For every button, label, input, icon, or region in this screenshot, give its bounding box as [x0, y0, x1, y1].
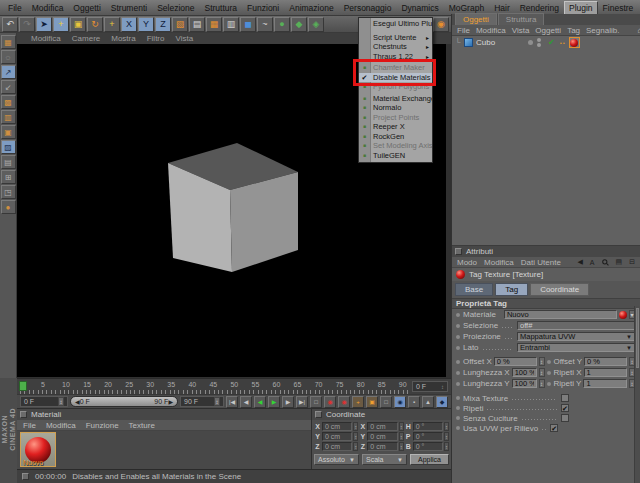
anim-dot[interactable] [456, 360, 460, 364]
model-mode-button[interactable]: ◌ [1, 50, 16, 64]
timeline-ruler[interactable]: 051015202530354045505560657075808590 0 F… [17, 378, 451, 394]
enabled-check-icon[interactable]: ✔ [548, 38, 555, 47]
ripeti-checkbox[interactable]: ✔ [561, 404, 569, 412]
mode-dropdown-scala[interactable]: Scala▼ [362, 454, 407, 465]
anim-dot[interactable] [456, 335, 460, 339]
materiale-field[interactable]: Nuovo [504, 310, 617, 319]
menu-struttura[interactable]: Struttura [199, 1, 242, 15]
axis-lock-button[interactable]: ◳ [1, 185, 16, 199]
menu-item-rockgen[interactable]: ■RockGen [359, 132, 432, 142]
environment-button[interactable]: ◈ [308, 17, 324, 32]
key-rotation-button[interactable]: □ [380, 396, 392, 408]
range-start-field[interactable]: 0 F↕ [20, 396, 68, 407]
menu-funzioni[interactable]: Funzioni [242, 1, 284, 15]
om-menu-file[interactable]: File [457, 26, 470, 35]
tab-base[interactable]: Base [455, 283, 493, 296]
om-menu-segnalib[interactable]: Segnalib. [586, 26, 619, 35]
pos-z-field[interactable]: 0 cm [322, 442, 352, 451]
ripeti-x-field[interactable]: 1 [584, 368, 627, 377]
ripeti-y-field[interactable]: 1 [583, 379, 627, 388]
menu-item-project-points[interactable]: ■Project Points [359, 113, 432, 123]
om-menu-oggetti[interactable]: Oggetti [535, 26, 561, 35]
anim-dot[interactable] [456, 406, 460, 410]
pos-x-field[interactable]: 0 cm [322, 422, 352, 431]
menu-animazione[interactable]: Animazione [284, 1, 338, 15]
rotate-tool[interactable]: ↻ [87, 17, 103, 32]
panel-icon[interactable] [20, 411, 27, 418]
menu-item-material-exchanger[interactable]: ■Material Exchanger [359, 94, 432, 104]
material-thumbnail-nuovo[interactable]: Nuovo [20, 432, 56, 467]
menu-file[interactable]: File [3, 1, 27, 15]
current-frame-field[interactable]: 0 F↕ [412, 381, 448, 392]
mat-menu-funzione[interactable]: Funzione [86, 421, 119, 430]
play-backward-button[interactable]: ◀ [254, 396, 266, 408]
usa-uvw-checkbox[interactable]: ✔ [550, 424, 558, 432]
menu-plugin[interactable]: Plugin [564, 1, 598, 15]
menu-item-esegui-ultimo-plugin[interactable]: Esegui Ultimo Plugin [359, 19, 432, 29]
attr-menu-modo[interactable]: Modo [457, 258, 477, 267]
menu-finestre[interactable]: Finestre [598, 1, 639, 15]
frame-ruler[interactable]: 051015202530354045505560657075808590 [20, 380, 409, 394]
texture-tag-icon[interactable] [569, 37, 580, 48]
key-position-button[interactable]: + [352, 396, 364, 408]
last-tool-icon[interactable]: + [104, 17, 120, 32]
menu-item-tuilegen[interactable]: ■TuileGEN [359, 151, 432, 161]
deformers-button[interactable]: ◆ [291, 17, 307, 32]
om-menu-modifica[interactable]: Modifica [476, 26, 506, 35]
mode-dropdown-assoluto[interactable]: Assoluto▼ [314, 454, 359, 465]
material-preview-icon[interactable] [619, 311, 627, 319]
anim-dot[interactable] [456, 416, 460, 420]
back-arrow-icon[interactable]: ◀ [577, 258, 582, 266]
prev-key-button[interactable]: ◀ [240, 396, 252, 408]
anim-dot[interactable] [547, 371, 551, 375]
record-key-button[interactable]: □ [310, 396, 322, 408]
object-tree[interactable]: └ Cubo ✔ •• [452, 36, 640, 245]
options-button[interactable]: ◆ [436, 396, 448, 408]
rot-h-field[interactable]: 0 ° [413, 422, 443, 431]
solo-button[interactable]: ▲ [422, 396, 434, 408]
senza-cuciture-checkbox[interactable] [561, 414, 569, 422]
selezione-field[interactable]: off# [517, 321, 635, 330]
range-end-field[interactable]: 90 F↕ [180, 396, 224, 407]
menu-item-set-modeling-axis[interactable]: ■Set Modeling Axis [359, 141, 432, 151]
anim-dot[interactable] [456, 396, 460, 400]
render-settings-button[interactable]: ▦ [206, 17, 222, 32]
vp-menu-camere[interactable]: Camere [72, 34, 100, 43]
key-pla-button[interactable]: ▪ [408, 396, 420, 408]
attr-menu-modifica[interactable]: Modifica [484, 258, 514, 267]
live-selection-tool[interactable]: ➤ [36, 17, 52, 32]
autokey-button[interactable]: ◉ [324, 396, 336, 408]
font-icon[interactable]: A [590, 259, 595, 266]
tab-oggetti[interactable]: Oggetti [455, 13, 497, 25]
axis-mode-button[interactable]: ↗ [1, 65, 16, 79]
render-view-button[interactable]: ▤ [189, 17, 205, 32]
attr-menu-dati-utente[interactable]: Dati Utente [521, 258, 561, 267]
om-menu-vista[interactable]: Vista [512, 26, 530, 35]
texture-axis-mode-button[interactable]: ▤ [1, 155, 16, 169]
menu-strumenti[interactable]: Strumenti [106, 1, 152, 15]
next-key-button[interactable]: ▶ [282, 396, 294, 408]
scale-y-field[interactable]: 0 cm [367, 432, 397, 441]
lato-dropdown[interactable]: Entrambi▼ [517, 343, 635, 352]
menu-item-normalo[interactable]: ■Normalo [359, 103, 432, 113]
go-end-button[interactable]: ▶| [296, 396, 308, 408]
lunghezza-y-field[interactable]: 100 % [512, 379, 537, 388]
go-start-button[interactable]: |◀ [226, 396, 238, 408]
visibility-toggles[interactable] [537, 38, 542, 47]
snap-settings-button[interactable]: ⊞ [1, 170, 16, 184]
anim-dot[interactable] [456, 313, 460, 317]
attributes-scrollbar[interactable] [634, 306, 640, 483]
tab-coordinate[interactable]: Coordinate [530, 283, 589, 296]
menu-dynamics[interactable]: Dynamics [396, 1, 443, 15]
scale-z-field[interactable]: 0 cm [367, 442, 397, 451]
proiezione-dropdown[interactable]: Mappatura UVW▼ [517, 332, 635, 341]
mat-menu-modifica[interactable]: Modifica [46, 421, 76, 430]
axis-z-button[interactable]: Z [155, 17, 171, 32]
menu-item-reeper-x[interactable]: ■Reeper X [359, 122, 432, 132]
polygons-mode-button[interactable]: ▣ [1, 125, 16, 139]
play-button[interactable]: ▶ [268, 396, 280, 408]
axis-x-button[interactable]: X [121, 17, 137, 32]
tab-tag[interactable]: Tag [495, 283, 528, 296]
key-parameter-button[interactable]: ◉ [394, 396, 406, 408]
rot-p-field[interactable]: 0 ° [413, 432, 443, 441]
